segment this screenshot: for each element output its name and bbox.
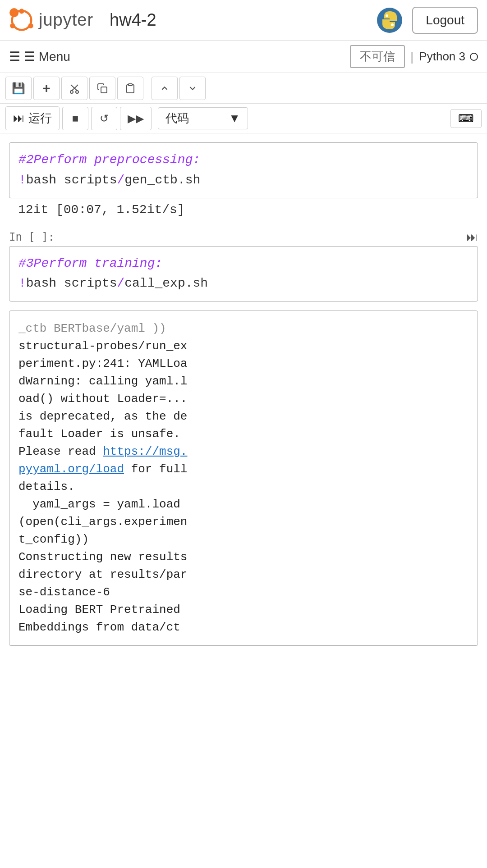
kernel-info: Python 3: [419, 50, 478, 64]
svg-point-4: [28, 23, 33, 28]
output-line-15: directory at results/par: [18, 566, 469, 584]
output-line-6: is deprecated, as the de: [18, 408, 469, 425]
output-line-16: se-distance-6: [18, 584, 469, 601]
run-toolbar: ⏭ 运行 ■ ↺ ▶▶ 代码 ▼ ⌨: [0, 104, 487, 133]
cell-2-output-block: _ctb BERTbase/yaml )) structural-probes/…: [9, 311, 478, 646]
svg-point-6: [386, 14, 388, 17]
menu-icon: ☰: [9, 49, 20, 64]
jupyter-logo-icon: [9, 8, 34, 33]
keyboard-icon: ⌨: [458, 112, 474, 124]
output-line-9: pyyaml.org/load for full: [18, 461, 469, 478]
header: jupyter hw4-2 Logout: [0, 0, 487, 41]
header-right: Logout: [376, 7, 478, 34]
cell-2-excl: !: [18, 276, 26, 290]
cell-1-output: 12it [00:07, 1.52it/s]: [9, 198, 478, 221]
stop-icon: ■: [72, 112, 79, 125]
run-button[interactable]: ⏭ 运行: [5, 106, 60, 130]
run-label: 运行: [28, 110, 52, 126]
notebook-title[interactable]: hw4-2: [110, 10, 156, 30]
cell-1-excl: !: [18, 173, 26, 187]
menu-bar: ☰ ☰ Menu 不可信 | Python 3: [0, 41, 487, 73]
python-logo-icon: [376, 7, 403, 34]
restart-icon: ↺: [100, 112, 109, 125]
logout-button[interactable]: Logout: [412, 7, 478, 34]
output-line-5: oad() without Loader=...: [18, 390, 469, 408]
stop-button[interactable]: ■: [62, 107, 88, 130]
output-line-8: Please read https://msg.: [18, 443, 469, 461]
keyboard-shortcut-button[interactable]: ⌨: [450, 109, 482, 128]
copy-icon: [97, 83, 108, 94]
output-line-3: periment.py:241: YAMLLoa: [18, 355, 469, 373]
paste-icon: [125, 83, 136, 94]
cell-1-output-text: 12it [00:07, 1.52it/s]: [18, 203, 185, 217]
output-line-10: details.: [18, 478, 469, 496]
svg-line-11: [71, 85, 78, 91]
header-left: jupyter hw4-2: [9, 8, 156, 33]
paste-button[interactable]: [117, 77, 143, 100]
jupyter-logo: jupyter: [9, 8, 93, 33]
output-line-4: dWarning: calling yaml.l: [18, 373, 469, 390]
cell-1-code: #2Perform preprocessing: !bash scripts/g…: [18, 150, 469, 191]
toolbar-actions: 💾 +: [0, 73, 487, 104]
svg-point-2: [19, 9, 24, 14]
cell-type-dropdown[interactable]: 代码 ▼: [158, 107, 248, 129]
cell-1-input[interactable]: #2Perform preprocessing: !bash scripts/g…: [9, 142, 478, 198]
output-line-17: Loading BERT Pretrained: [18, 601, 469, 619]
run-step-icon: ⏭: [13, 111, 25, 125]
move-up-button[interactable]: [152, 77, 178, 100]
cell-2-code: #3Perform training: !bash scripts/call_e…: [18, 254, 469, 294]
cell-2-code-text2: call_exp.sh: [124, 276, 208, 290]
cell-2-comment: #3Perform training:: [18, 256, 162, 270]
cell-type-label: 代码: [165, 110, 229, 126]
move-down-button[interactable]: [179, 77, 206, 100]
copy-button[interactable]: [89, 77, 115, 100]
cell-2: In [ ]: ⏭ #3Perform training: !bash scri…: [9, 230, 478, 302]
yaml-link[interactable]: https://msg.: [103, 445, 187, 458]
trust-badge[interactable]: 不可信: [350, 45, 405, 68]
output-line-14: Constructing new results: [18, 548, 469, 566]
output-line-2: structural-probes/run_ex: [18, 338, 469, 355]
menu-center: 不可信 | Python 3: [350, 45, 478, 68]
svg-point-3: [10, 23, 15, 28]
output-line-13: t_config)): [18, 531, 469, 548]
cell-2-input[interactable]: #3Perform training: !bash scripts/call_e…: [9, 246, 478, 302]
menu-label[interactable]: ☰ Menu: [24, 49, 70, 64]
output-line-12: (open(cli_args.experimen: [18, 513, 469, 531]
jupyter-brand-text: jupyter: [39, 10, 93, 30]
cell-1-code-text2: gen_ctb.sh: [124, 173, 200, 187]
yaml-link-cont[interactable]: pyyaml.org/load: [18, 462, 124, 476]
fast-forward-icon: ▶▶: [128, 112, 144, 125]
kernel-label: Python 3: [419, 50, 465, 64]
svg-line-12: [74, 85, 78, 88]
cell-1-comment: #2Perform preprocessing:: [18, 153, 200, 167]
output-line-1: _ctb BERTbase/yaml )): [18, 320, 469, 338]
cut-icon: [69, 83, 80, 94]
kernel-status-dot: [470, 53, 478, 61]
cell-1-slash: /: [117, 173, 124, 187]
svg-line-10: [72, 88, 75, 91]
svg-rect-13: [101, 87, 107, 93]
cell-2-label-row: In [ ]: ⏭: [9, 230, 478, 244]
cell-2-slash: /: [117, 276, 124, 290]
arrow-down-icon: [188, 83, 198, 93]
svg-rect-14: [129, 84, 132, 86]
output-line-18: Embeddings from data/ct: [18, 619, 469, 636]
arrow-up-icon: [160, 83, 170, 93]
cell-1: #2Perform preprocessing: !bash scripts/g…: [9, 142, 478, 221]
dropdown-chevron-icon: ▼: [229, 111, 240, 125]
output-line-7: fault Loader is unsafe.: [18, 425, 469, 443]
output-line-11: yaml_args = yaml.load: [18, 496, 469, 513]
cell-2-fast-forward-button[interactable]: ⏭: [466, 230, 478, 244]
cell-2-code-text: bash scripts: [26, 276, 117, 290]
add-cell-button[interactable]: +: [33, 77, 60, 100]
cell-2-in-label: In [ ]:: [9, 231, 55, 243]
cut-button[interactable]: [61, 77, 87, 100]
notebook-content: #2Perform preprocessing: !bash scripts/g…: [0, 133, 487, 655]
fast-forward-button[interactable]: ▶▶: [120, 107, 152, 130]
save-button[interactable]: 💾: [5, 77, 32, 100]
kernel-separator: |: [410, 50, 413, 64]
menu-left[interactable]: ☰ ☰ Menu: [9, 49, 70, 64]
svg-point-7: [391, 23, 394, 26]
cell-1-code-text: bash scripts: [26, 173, 117, 187]
restart-button[interactable]: ↺: [91, 107, 117, 130]
